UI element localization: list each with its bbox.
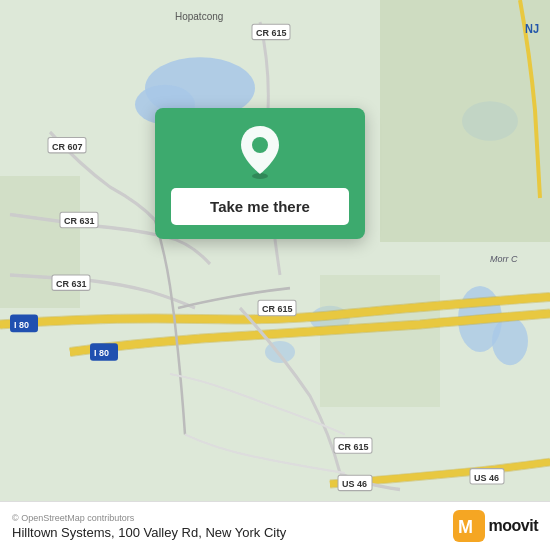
svg-text:I 80: I 80 (14, 318, 29, 330)
bottom-bar: © OpenStreetMap contributors Hilltown Sy… (0, 501, 550, 550)
moovit-logo: M moovit (453, 510, 538, 542)
svg-text:US 46: US 46 (342, 478, 367, 490)
svg-text:NJ: NJ (525, 23, 539, 36)
svg-text:Hopatcong: Hopatcong (175, 9, 223, 22)
svg-text:M: M (458, 517, 473, 537)
svg-text:CR 607: CR 607 (52, 140, 83, 152)
attribution-text: © OpenStreetMap contributors (12, 513, 286, 523)
svg-text:CR 615: CR 615 (256, 27, 287, 39)
svg-rect-10 (320, 275, 440, 407)
take-me-there-button[interactable]: Take me there (171, 188, 349, 225)
map-background: Hopatcong CR 607 CR 615 CR 631 CR 631 I … (0, 0, 550, 550)
svg-text:CR 615: CR 615 (338, 440, 369, 452)
svg-point-35 (252, 137, 268, 153)
popup-card: Take me there (155, 108, 365, 239)
svg-text:Morr C: Morr C (490, 252, 518, 264)
svg-text:I 80: I 80 (94, 347, 109, 359)
map-container: Hopatcong CR 607 CR 615 CR 631 CR 631 I … (0, 0, 550, 550)
address-text: Hilltown Systems, 100 Valley Rd, New Yor… (12, 525, 286, 540)
svg-text:CR 631: CR 631 (56, 278, 87, 290)
moovit-icon: M (453, 510, 485, 542)
moovit-brand-text: moovit (489, 517, 538, 535)
location-pin-icon (234, 126, 286, 178)
svg-text:CR 615: CR 615 (262, 303, 293, 315)
svg-point-5 (492, 317, 528, 365)
svg-text:US 46: US 46 (474, 471, 499, 483)
svg-text:CR 631: CR 631 (64, 215, 95, 227)
bottom-left-info: © OpenStreetMap contributors Hilltown Sy… (12, 513, 286, 540)
